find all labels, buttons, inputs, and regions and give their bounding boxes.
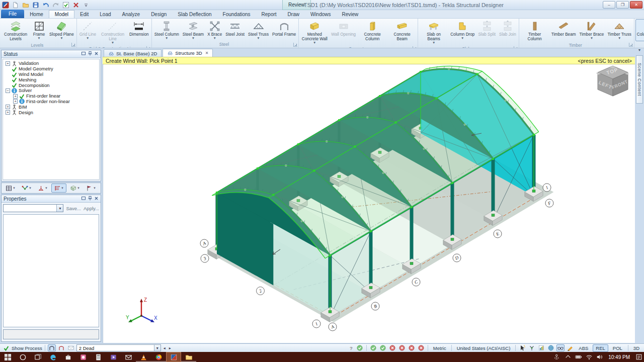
chart-tool-button[interactable]	[537, 344, 545, 351]
slab-on-beams-button[interactable]: Slab on Beams▼	[419, 19, 448, 46]
clock[interactable]: 10:49 PM	[605, 354, 633, 360]
expand-icon[interactable]: +	[13, 94, 18, 99]
taskbar-chrome-button[interactable]	[151, 352, 166, 362]
delete-x-button[interactable]	[72, 1, 80, 9]
ribbon-tab-edit[interactable]: Edit	[74, 10, 94, 18]
ribbon-tab-load[interactable]: Load	[94, 10, 116, 18]
apply-button[interactable]: Apply...	[84, 206, 99, 211]
save-button[interactable]	[32, 1, 40, 9]
ribbon-tab-draw[interactable]: Draw	[282, 10, 305, 18]
frame-button[interactable]: Frame▼	[31, 19, 47, 42]
view-tab-structure-3d[interactable]: Structure 3D✕	[163, 49, 213, 57]
timber-column-button[interactable]: Timber Column	[520, 19, 549, 42]
show-process-toggle[interactable]: Show Process	[12, 345, 42, 351]
ribbon-tab-home[interactable]: Home	[24, 10, 49, 18]
proc-frame-red-button[interactable]	[57, 344, 65, 351]
model-viewport[interactable]: 1ABCDEF1A32 TOPLEFTFRONT ZXY	[103, 64, 635, 343]
ribbon-tab-slab-deflection[interactable]: Slab Deflection	[172, 10, 217, 18]
panel-restore-icon[interactable]	[81, 51, 86, 57]
ribbon-tab-report[interactable]: Report	[256, 10, 282, 18]
meshed-concrete-wall-button[interactable]: Meshed Concrete Wall▼	[300, 19, 329, 46]
cold-formed-button[interactable]: Cold Formed▼	[635, 19, 644, 41]
steel-truss-button[interactable]: Steel Truss▼	[247, 19, 270, 41]
validate-box-button[interactable]	[62, 1, 70, 9]
scene-content-tab[interactable]: Scene Content	[636, 55, 643, 104]
taskbar-task-view-button[interactable]	[30, 352, 45, 362]
concrete-column-button[interactable]: Concrete Column	[358, 19, 387, 46]
taskbar-cortana-button[interactable]	[15, 352, 30, 362]
panel-restore-icon[interactable]	[81, 196, 86, 202]
status-tree-item-first-order-non-linear[interactable]: +First-order non-linear	[4, 99, 98, 105]
ribbon-tab-design[interactable]: Design	[145, 10, 172, 18]
taskbar-calculator-button[interactable]	[91, 352, 106, 362]
filter-frame-button[interactable]: ▼	[3, 184, 18, 193]
status-tree-item-wind-model[interactable]: Wind Model	[4, 72, 98, 77]
panel-pin-icon[interactable]	[88, 51, 93, 57]
timber-brace-button[interactable]: Timber Brace▼	[578, 19, 606, 42]
taskbar-mail-button[interactable]	[121, 352, 136, 362]
dialog-launcher-icon[interactable]	[293, 43, 297, 47]
close-button[interactable]: ✕	[630, 1, 642, 9]
dialog-launcher-icon[interactable]	[71, 43, 75, 47]
prev-load-case-button[interactable]: ◂	[163, 346, 167, 350]
chevron-down-icon[interactable]: ▼	[154, 345, 160, 351]
filter-nodes-button[interactable]: ▼	[19, 184, 34, 193]
construction-line-button[interactable]: Construction Line▼	[98, 19, 127, 46]
status-tree-item-validation[interactable]: +Validation	[4, 61, 98, 66]
ribbon-tab-model[interactable]: Model	[49, 10, 74, 18]
new-file-button[interactable]	[12, 1, 20, 9]
view-cube[interactable]: TOPLEFTFRONT	[595, 64, 631, 100]
timber-beam-button[interactable]: Timber Beam	[550, 19, 578, 42]
filter-loads-button[interactable]: ▼	[51, 184, 66, 193]
properties-combo[interactable]: ▼	[3, 204, 63, 212]
chevron-down-icon[interactable]: ▼	[635, 48, 644, 54]
status-tree-item-meshing[interactable]: Meshing	[4, 77, 98, 82]
pointer-tool-button[interactable]	[518, 344, 526, 351]
glasses-tool-button[interactable]	[556, 344, 565, 351]
taskbar-movies-button[interactable]	[106, 352, 121, 362]
view-tab-st-base-base-2d[interactable]: St. Base (Base) 2D	[104, 49, 162, 57]
status-tree-item-model-geometry[interactable]: Model Geometry	[4, 66, 98, 72]
x-brace-button[interactable]: X Brace▼	[206, 19, 223, 41]
next-load-case-button[interactable]: ▸	[168, 346, 172, 350]
expand-icon[interactable]: +	[13, 99, 18, 104]
taskbar-start-button[interactable]	[0, 352, 15, 362]
expand-icon[interactable]: +	[6, 110, 10, 115]
slab-join-button[interactable]: Slab Join	[498, 19, 518, 46]
panel-close-icon[interactable]	[94, 51, 99, 57]
taskbar-photos-button[interactable]	[75, 352, 91, 362]
expand-icon[interactable]: +	[6, 105, 10, 109]
structure-3d-model[interactable]: 1ABCDEF1A32	[103, 64, 635, 343]
filter-flags-button[interactable]: ▼	[84, 184, 99, 193]
envelope-button[interactable]	[67, 344, 75, 351]
collapse-icon[interactable]: −	[6, 88, 10, 93]
portal-frame-button[interactable]: Portal Frame	[271, 19, 297, 41]
proc-frame-button[interactable]	[48, 344, 56, 351]
tray-battery-icon[interactable]	[573, 352, 584, 362]
globe-tool-button[interactable]	[547, 344, 555, 351]
taskbar-store-button[interactable]	[60, 352, 75, 362]
close-tab-icon[interactable]: ✕	[205, 51, 209, 55]
ribbon-tab-windows[interactable]: Windows	[305, 10, 337, 18]
steel-beam-button[interactable]: Steel Beam▼	[181, 19, 205, 41]
status-tree-item-solver[interactable]: −Solver	[4, 88, 98, 94]
panel-close-icon[interactable]	[94, 196, 99, 202]
status-tree-item-decomposition[interactable]: Decomposition	[4, 82, 98, 88]
status-tree-item-design[interactable]: +Design	[4, 110, 98, 115]
tekla-logo-button[interactable]	[2, 1, 10, 9]
node-tool-button[interactable]	[528, 344, 536, 351]
pencil-tool-button[interactable]	[566, 344, 574, 351]
timber-truss-button[interactable]: Timber Truss▼	[606, 19, 632, 42]
grid-line-button[interactable]: Grid Line▼	[78, 19, 98, 46]
ribbon-tab-review[interactable]: Review	[337, 10, 364, 18]
status-tree-item-bim[interactable]: +BIM	[4, 104, 98, 110]
coord-mode-abs[interactable]: ABS	[576, 344, 591, 352]
filter-supports-button[interactable]: ▼	[35, 184, 50, 193]
action-center-button[interactable]	[633, 352, 644, 362]
tray-share-icon[interactable]	[552, 352, 562, 362]
sloped-plane-button[interactable]: Sloped Plane▼	[48, 19, 75, 42]
panel-pin-icon[interactable]	[88, 196, 93, 202]
open-folder-button[interactable]	[22, 1, 30, 9]
chevron-down-icon[interactable]: ▼	[56, 205, 63, 212]
minimize-button[interactable]: –	[603, 1, 615, 9]
